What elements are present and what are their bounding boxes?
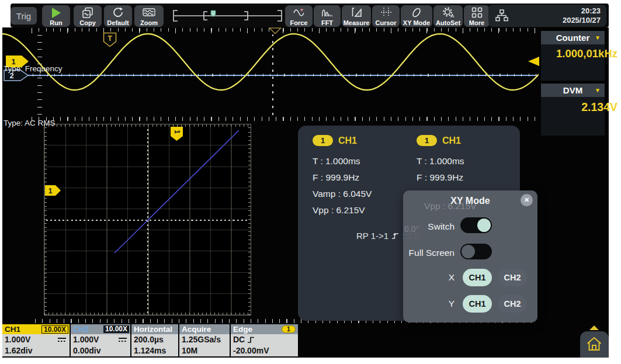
chevron-down-icon[interactable]: ▼	[595, 84, 601, 97]
y-ch1-label: CH1	[469, 299, 485, 308]
run-button[interactable]: Run	[42, 5, 70, 27]
cursor-label: Cursor	[375, 19, 396, 26]
dvm-value: 2.134V	[581, 100, 617, 114]
measure-source-badge: 1	[313, 135, 333, 146]
trigger-time-marker[interactable]	[269, 27, 282, 34]
cursor-button[interactable]: Cursor	[372, 5, 400, 27]
xy-mode-button[interactable]: XY Mode	[401, 5, 432, 27]
ch1-waveform-path	[2, 34, 539, 90]
measure-period: T : 1.000ms	[313, 153, 372, 169]
measure-label: Measure	[344, 19, 370, 26]
horizontal-title: Horizontal	[134, 325, 172, 334]
xy-display-window: 1 1	[44, 124, 251, 316]
x-source-ch2-button[interactable]: CH2	[498, 269, 527, 286]
measurement-column-2: 1 CH1 T : 1.000ms F : 999.9Hz	[417, 135, 464, 186]
trigger-status-cell[interactable]: Edge 1 DC -20.00mV	[231, 324, 298, 356]
ch2-probe-attenuation: 10.00X	[103, 325, 129, 333]
network-icon	[495, 9, 508, 22]
svg-text:A: A	[450, 13, 454, 18]
horizontal-status-cell[interactable]: Horizontal 200.0µs 1.124ms	[131, 324, 178, 356]
counter-title: Counter	[556, 33, 590, 43]
phase-label: RP 1->1	[356, 231, 388, 241]
full-screen-toggle[interactable]	[460, 244, 492, 259]
dvm-panel-header[interactable]: DVM ▼	[541, 84, 605, 97]
y-source-ch2-button[interactable]: CH2	[498, 295, 527, 313]
counter-type: Type: Frequency	[4, 64, 63, 73]
autoset-gear-icon: A	[442, 7, 454, 18]
corner-tab	[580, 331, 609, 358]
dvm-title: DVM	[563, 85, 582, 95]
ch2-status-cell[interactable]: CH2 10.00X 1.000V 0.00div	[71, 324, 130, 356]
trig-button[interactable]: Trig	[11, 7, 37, 25]
dialog-close-button[interactable]: ✕	[521, 194, 533, 206]
oscilloscope-screen: Trig Run Copy Default Zoom	[0, 0, 621, 364]
ch2-offset: 0.00div	[73, 346, 100, 355]
ch1-name: CH1	[5, 325, 20, 334]
dc-coupling-icon	[57, 337, 67, 342]
ch2-name: CH2	[73, 325, 89, 334]
more-grid-icon	[471, 7, 483, 18]
trigger-level: -20.00mV	[233, 346, 269, 355]
run-label: Run	[50, 19, 62, 26]
measure-frequency: F : 999.9Hz	[313, 169, 372, 186]
xy-x-position-marker[interactable]: 1	[171, 127, 183, 141]
horizontal-position-slider[interactable]	[171, 9, 284, 25]
xy-trace	[44, 124, 251, 315]
cursor-icon	[380, 7, 392, 18]
play-icon	[50, 7, 62, 19]
mid-ruler	[32, 117, 537, 121]
measure-period: T : 1.000ms	[417, 153, 464, 169]
zoom-waveform-icon	[143, 7, 155, 19]
force-label: Force	[290, 19, 308, 26]
dc-coupling-icon	[118, 337, 127, 342]
copy-button[interactable]: Copy	[74, 5, 102, 27]
toggle-knob	[477, 219, 491, 232]
toggle-knob	[462, 245, 475, 258]
y-ch2-label: CH2	[504, 299, 521, 308]
trigger-level-marker[interactable]	[528, 57, 539, 66]
collapse-up-arrow[interactable]	[589, 325, 599, 330]
time-domain-display: 1 2 T	[2, 27, 539, 121]
x-ch1-label: CH1	[469, 273, 485, 282]
measure-button[interactable]: Measure	[342, 5, 371, 27]
x-source-ch1-button[interactable]: CH1	[463, 269, 492, 286]
xy-switch-toggle[interactable]	[460, 217, 492, 233]
rising-edge-icon	[391, 232, 399, 240]
trig-label: Trig	[16, 11, 31, 21]
measure-frequency: F : 999.9Hz	[417, 169, 464, 186]
fft-button[interactable]: Measure FFT	[314, 5, 341, 27]
counter-panel-header[interactable]: Counter ▼	[541, 31, 605, 44]
xy-mode-dialog: Vpp : 6.215V 0.0° XY Mode ✕ Switch Full …	[403, 190, 537, 323]
ch1-offset: 1.62div	[5, 346, 32, 355]
default-button[interactable]: Default	[104, 5, 132, 27]
copy-icon	[82, 7, 93, 19]
zoom-label: Zoom	[140, 19, 158, 26]
autoset-button[interactable]: A AutoSet	[433, 5, 463, 27]
more-button[interactable]: More	[464, 5, 490, 27]
xy-y-marker-label: 1	[48, 187, 53, 195]
force-trigger-icon	[293, 7, 305, 18]
horizontal-delay: 1.124ms	[134, 346, 166, 355]
zoom-button[interactable]: Zoom	[134, 5, 164, 27]
xy-y-position-marker[interactable]: 1	[45, 185, 61, 196]
full-screen-label: Full Screen	[403, 245, 455, 261]
default-label: Default	[107, 19, 129, 26]
ch1-status-cell[interactable]: CH1 10.00X 1.000V 1.62div	[2, 324, 70, 356]
chevron-down-icon[interactable]: ▼	[595, 31, 601, 44]
y-source-ch1-button[interactable]: CH1	[463, 295, 492, 313]
memory-depth: 10M	[182, 346, 197, 355]
measure-channel-label: CH1	[338, 136, 357, 146]
timebase-scale: 200.0µs	[134, 335, 164, 344]
x-source-label: X	[403, 269, 455, 286]
trigger-type: Edge	[233, 325, 252, 334]
force-button[interactable]: Force	[285, 5, 313, 27]
trigger-status-marker[interactable]: T	[103, 32, 117, 47]
xy-mode-icon	[411, 7, 422, 18]
autoset-label: AutoSet	[436, 19, 460, 26]
copy-label: Copy	[79, 19, 96, 26]
measure-vpp: Vpp : 6.215V	[313, 202, 372, 219]
acquire-title: Acquire	[182, 325, 211, 334]
acquire-status-cell[interactable]: Acquire 1.25GSa/s 10M	[179, 324, 230, 356]
home-icon[interactable]	[586, 336, 602, 352]
xy-mode-label: XY Mode	[403, 19, 430, 26]
